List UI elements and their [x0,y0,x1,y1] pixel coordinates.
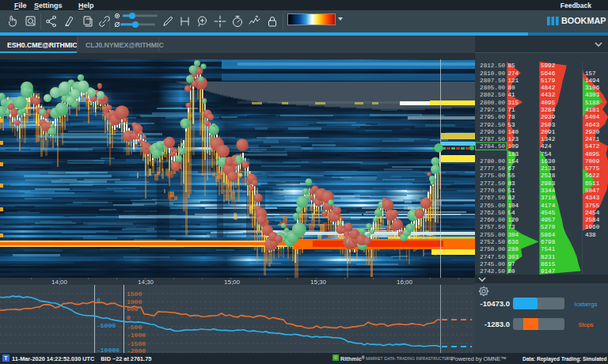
svg-text:55: 55 [508,173,516,179]
svg-text:424: 424 [541,143,552,150]
svg-text:1630: 1630 [541,158,556,165]
svg-text:2471: 2471 [585,136,600,142]
svg-text:8615: 8615 [541,261,556,267]
svg-text:157: 157 [585,70,596,77]
svg-text:4895: 4895 [585,151,600,157]
svg-text:-10473.0: -10473.0 [480,299,510,308]
svg-text:4181: 4181 [585,107,600,113]
svg-text:4303: 4303 [585,92,600,98]
svg-text:1342: 1342 [541,136,556,142]
svg-text:41: 41 [508,92,516,98]
svg-text:78: 78 [508,114,516,120]
svg-text:280: 280 [508,246,519,252]
svg-text:2747.50: 2747.50 [480,254,505,260]
svg-text:82: 82 [508,195,516,201]
svg-text:5775: 5775 [585,165,600,172]
svg-text:5188: 5188 [585,100,600,106]
svg-text:-1000: -1000 [127,332,146,339]
svg-text:1500: 1500 [127,290,142,298]
svg-text:2920: 2920 [585,129,600,135]
svg-text:4957: 4957 [541,217,555,223]
svg-text:2454: 2454 [585,210,600,216]
svg-text:274: 274 [508,70,519,77]
svg-text:0: 0 [127,314,131,321]
svg-text:4643: 4643 [585,122,600,128]
svg-text:97: 97 [508,261,515,267]
svg-text:5404: 5404 [585,114,600,120]
svg-text:9147: 9147 [541,268,555,275]
svg-text:3344: 3344 [541,188,556,194]
svg-text:2528: 2528 [541,173,556,179]
svg-text:3284: 3284 [541,107,556,113]
svg-text:2810.00: 2810.00 [480,70,505,77]
svg-text:2790.00: 2790.00 [480,129,505,135]
svg-text:2787.50: 2787.50 [480,136,505,142]
svg-text:2795.00: 2795.00 [480,114,505,120]
svg-text:754: 754 [541,151,552,157]
svg-text:2802.50: 2802.50 [480,92,505,98]
svg-text:2792.50: 2792.50 [480,122,505,128]
svg-text:5270: 5270 [541,224,556,230]
svg-text:85: 85 [508,63,516,69]
svg-text:2770.00: 2770.00 [480,188,505,194]
svg-text:2812.50: 2812.50 [480,63,505,69]
svg-text:3755: 3755 [585,203,600,209]
svg-text:1960: 1960 [585,224,600,230]
svg-text:120: 120 [508,217,519,223]
svg-text:304: 304 [508,232,519,238]
svg-text:2775.00: 2775.00 [480,173,505,179]
svg-text:183: 183 [508,151,519,157]
svg-text:-1283.0: -1283.0 [484,320,510,328]
svg-text:303: 303 [508,254,519,260]
svg-text:2762.50: 2762.50 [480,210,505,216]
svg-text:2091: 2091 [541,129,556,135]
svg-text:4842: 4842 [541,85,556,91]
svg-text:5179: 5179 [541,78,556,84]
svg-text:2777.50: 2777.50 [480,165,505,172]
svg-text:1494: 1494 [585,78,600,84]
svg-text:80: 80 [508,85,516,91]
svg-text:2767.50: 2767.50 [480,195,505,201]
svg-text:6511: 6511 [585,180,600,187]
svg-text:1000: 1000 [127,298,142,305]
svg-text:-1500: -1500 [127,340,146,347]
svg-text:2807.50: 2807.50 [480,78,505,84]
svg-text:2757.50: 2757.50 [480,224,505,230]
svg-text:2742.50: 2742.50 [480,268,505,275]
svg-text:51: 51 [508,188,516,194]
svg-text:2805.00: 2805.00 [480,85,505,91]
svg-text:109: 109 [508,143,519,150]
svg-text:Icebergs: Icebergs [575,301,598,308]
svg-text:-500: -500 [127,324,142,331]
svg-text:121: 121 [508,78,519,84]
svg-text:140: 140 [508,129,519,135]
svg-text:73: 73 [508,224,516,230]
svg-text:2784.50: 2784.50 [480,143,505,150]
svg-text:2752.50: 2752.50 [480,239,505,245]
svg-text:0: 0 [97,297,101,304]
svg-text:5864: 5864 [541,232,556,238]
svg-text:4343: 4343 [585,195,600,201]
svg-text:2760.00: 2760.00 [480,217,505,223]
svg-text:2939: 2939 [541,114,556,120]
svg-text:2503: 2503 [541,122,556,128]
svg-text:4174: 4174 [541,203,556,209]
svg-text:104: 104 [508,203,519,209]
svg-text:71: 71 [508,107,516,113]
svg-text:2983: 2983 [541,180,556,187]
svg-text:636: 636 [508,239,519,245]
svg-text:438: 438 [585,232,596,238]
svg-text:-2000: -2000 [127,347,146,353]
svg-text:2750.00: 2750.00 [480,246,505,252]
svg-text:500: 500 [127,305,139,313]
svg-text:3710: 3710 [541,195,556,201]
svg-text:5646: 5646 [541,70,556,77]
svg-text:4432: 4432 [541,92,556,98]
svg-text:2772.50: 2772.50 [480,180,505,187]
svg-text:4545: 4545 [541,210,556,216]
svg-text:2797.50: 2797.50 [480,107,505,113]
svg-text:67: 67 [508,165,515,172]
svg-text:54: 54 [508,210,516,216]
svg-text:80: 80 [508,268,516,275]
svg-text:6798: 6798 [541,239,556,245]
